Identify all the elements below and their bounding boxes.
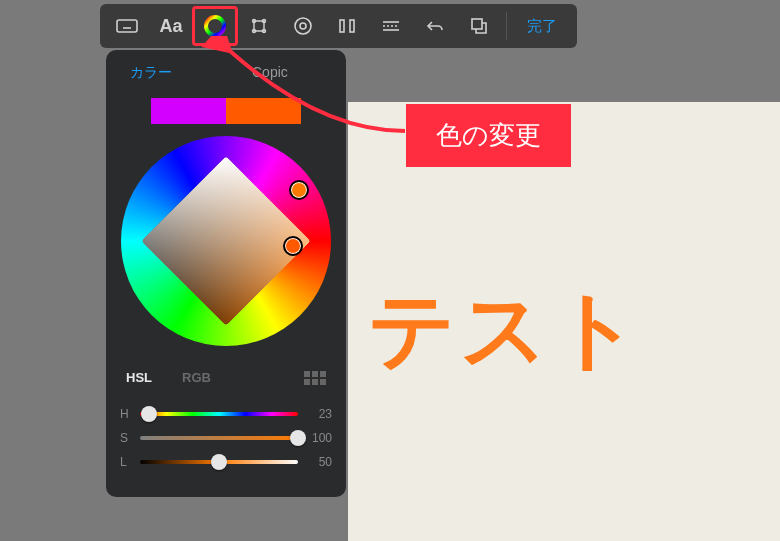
swatch-secondary[interactable]: [151, 98, 226, 124]
align-icon[interactable]: [370, 8, 412, 44]
undo-icon[interactable]: [414, 8, 456, 44]
svg-rect-18: [472, 19, 482, 29]
canvas-page[interactable]: テスト: [348, 102, 780, 541]
opacity-icon[interactable]: [282, 8, 324, 44]
spacing-icon[interactable]: [326, 8, 368, 44]
tab-copic[interactable]: Copic: [252, 64, 288, 82]
color-panel: カラー Copic HSL RGB H 23 S 100 L 50: [106, 50, 346, 497]
mode-hsl[interactable]: HSL: [126, 370, 152, 385]
sv-handle[interactable]: [283, 236, 303, 256]
svg-point-11: [295, 18, 311, 34]
saturation-slider[interactable]: S 100: [120, 431, 332, 445]
swatch-primary[interactable]: [226, 98, 301, 124]
layer-icon[interactable]: [458, 8, 500, 44]
canvas-text[interactable]: テスト: [368, 272, 644, 389]
swatch-grid-icon[interactable]: [304, 371, 326, 385]
transform-icon[interactable]: [238, 8, 280, 44]
svg-rect-13: [340, 20, 344, 32]
separator: [506, 12, 507, 40]
text-toolbar: Aa 完了: [100, 4, 577, 48]
lightness-slider[interactable]: L 50: [120, 455, 332, 469]
hue-handle[interactable]: [289, 180, 309, 200]
keyboard-icon[interactable]: [106, 8, 148, 44]
svg-point-12: [300, 23, 306, 29]
color-wheel-icon[interactable]: [194, 8, 236, 44]
svg-rect-0: [117, 20, 137, 32]
done-button[interactable]: 完了: [513, 17, 571, 36]
color-swatches[interactable]: [151, 98, 301, 124]
svg-rect-14: [350, 20, 354, 32]
tab-color[interactable]: カラー: [130, 64, 172, 82]
mode-rgb[interactable]: RGB: [182, 370, 211, 385]
hue-slider[interactable]: H 23: [120, 407, 332, 421]
color-wheel[interactable]: [121, 136, 331, 346]
font-icon[interactable]: Aa: [150, 8, 192, 44]
annotation-callout: 色の変更: [406, 104, 571, 167]
svg-point-6: [206, 17, 224, 35]
